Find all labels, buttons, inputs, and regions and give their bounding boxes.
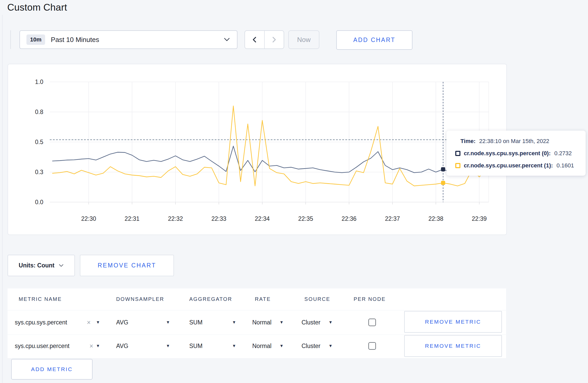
- svg-text:22:37: 22:37: [385, 215, 400, 222]
- table-row-separator: [8, 335, 506, 335]
- remove-chart-label: REMOVE CHART: [98, 262, 156, 269]
- metrics-table: METRIC NAME DOWNSAMPLER AGGREGATOR RATE …: [8, 288, 506, 358]
- column-header-downsampler: DOWNSAMPLER: [116, 296, 164, 302]
- source-select[interactable]: Cluster: [302, 319, 320, 326]
- page-title: Custom Chart: [7, 2, 67, 13]
- add-metric-label: ADD METRIC: [31, 366, 73, 372]
- dropdown-caret-icon[interactable]: ▼: [96, 344, 100, 348]
- downsampler-value: AVG: [116, 343, 128, 350]
- units-select-label: Units: Count: [19, 262, 54, 269]
- time-back-button[interactable]: [245, 31, 264, 48]
- aggregator-select[interactable]: SUM: [189, 319, 202, 326]
- tooltip-time-row: Time: 22:38:10 on Mar 15th, 2022: [455, 137, 579, 145]
- svg-text:0.0: 0.0: [35, 199, 43, 205]
- dropdown-caret-icon[interactable]: ▼: [96, 320, 100, 325]
- svg-text:0.3: 0.3: [35, 169, 43, 175]
- svg-text:22:31: 22:31: [125, 215, 140, 222]
- dropdown-caret-icon[interactable]: ▼: [279, 320, 284, 325]
- column-header-source: SOURCE: [304, 296, 330, 302]
- now-button[interactable]: Now: [288, 30, 319, 49]
- dropdown-caret-icon[interactable]: ▼: [166, 320, 170, 325]
- series-swatch-sys-icon: [455, 151, 460, 156]
- tooltip-time-label: Time:: [460, 138, 475, 145]
- metric-name-value: sys.cpu.sys.percent: [15, 319, 67, 326]
- column-header-metric-name: METRIC NAME: [19, 296, 62, 302]
- time-forward-button[interactable]: [264, 31, 284, 48]
- remove-metric-label: REMOVE METRIC: [425, 343, 481, 349]
- per-node-checkbox[interactable]: [368, 319, 376, 326]
- rate-value: Normal: [252, 343, 271, 350]
- page-edge-divider: [2, 15, 3, 383]
- tooltip-time-value: 22:38:10 on Mar 15th, 2022: [479, 138, 549, 145]
- svg-text:22:34: 22:34: [255, 215, 270, 222]
- svg-text:22:30: 22:30: [81, 215, 96, 222]
- remove-metric-label: REMOVE METRIC: [425, 319, 481, 325]
- rate-select[interactable]: Normal: [252, 319, 271, 326]
- per-node-checkbox[interactable]: [368, 342, 376, 350]
- dropdown-caret-icon[interactable]: ▼: [232, 320, 236, 325]
- dropdown-caret-icon[interactable]: ▼: [328, 320, 333, 325]
- chevron-down-icon: [59, 264, 64, 267]
- downsampler-select[interactable]: AVG: [116, 343, 128, 350]
- chart-tooltip: Time: 22:38:10 on Mar 15th, 2022 cr.node…: [446, 131, 586, 176]
- now-button-label: Now: [297, 36, 311, 44]
- metric-name-select[interactable]: sys.cpu.sys.percent: [15, 319, 67, 326]
- source-select[interactable]: Cluster: [302, 343, 320, 350]
- controls-divider: [10, 30, 11, 49]
- add-metric-button[interactable]: ADD METRIC: [11, 359, 93, 380]
- clear-metric-icon[interactable]: ×: [89, 342, 93, 350]
- remove-metric-button[interactable]: REMOVE METRIC: [404, 335, 502, 357]
- svg-text:22:38: 22:38: [428, 215, 443, 222]
- svg-text:22:39: 22:39: [472, 215, 487, 222]
- column-header-rate: RATE: [255, 296, 271, 302]
- svg-text:0.5: 0.5: [35, 139, 43, 145]
- svg-text:22:33: 22:33: [211, 215, 226, 222]
- table-row-separator: [8, 310, 506, 310]
- time-range-label: Past 10 Minutes: [51, 36, 99, 44]
- chevron-right-icon: [270, 36, 278, 43]
- tooltip-series-value: 0.1601: [557, 162, 574, 169]
- dropdown-caret-icon[interactable]: ▼: [232, 344, 236, 348]
- chevron-left-icon: [251, 36, 258, 43]
- aggregator-value: SUM: [189, 343, 202, 350]
- metric-name-select[interactable]: sys.cpu.user.percent: [15, 343, 69, 350]
- time-range-select[interactable]: 10m Past 10 Minutes: [19, 30, 237, 49]
- add-chart-label: ADD CHART: [353, 37, 396, 44]
- downsampler-value: AVG: [116, 319, 128, 326]
- add-chart-button[interactable]: ADD CHART: [336, 30, 412, 50]
- svg-text:22:35: 22:35: [298, 215, 313, 222]
- tooltip-series-label: cr.node.sys.cpu.sys.percent (0):: [464, 150, 551, 157]
- metric-name-value: sys.cpu.user.percent: [15, 343, 69, 350]
- time-pager: [244, 30, 284, 49]
- dropdown-caret-icon[interactable]: ▼: [166, 344, 170, 348]
- svg-text:0.8: 0.8: [35, 109, 43, 115]
- rate-select[interactable]: Normal: [252, 343, 271, 350]
- tooltip-series-value: 0.2732: [554, 150, 572, 157]
- source-value: Cluster: [302, 319, 320, 326]
- time-range-badge: 10m: [26, 34, 45, 45]
- downsampler-select[interactable]: AVG: [116, 319, 128, 326]
- units-select[interactable]: Units: Count: [8, 255, 75, 276]
- chart-card: 0.00.30.50.81.022:3022:3122:3222:3322:34…: [8, 64, 507, 235]
- series-swatch-user-icon: [455, 163, 460, 168]
- remove-chart-button[interactable]: REMOVE CHART: [80, 255, 174, 276]
- svg-text:1.0: 1.0: [35, 79, 43, 85]
- tooltip-series-row: cr.node.sys.cpu.user.percent (1): 0.1601: [455, 161, 579, 170]
- column-header-aggregator: AGGREGATOR: [189, 296, 232, 302]
- tooltip-series-label: cr.node.sys.cpu.user.percent (1):: [464, 162, 553, 169]
- remove-metric-button[interactable]: REMOVE METRIC: [404, 311, 502, 333]
- chevron-down-icon: [223, 37, 230, 42]
- svg-text:22:36: 22:36: [342, 215, 357, 222]
- tooltip-series-row: cr.node.sys.cpu.sys.percent (0): 0.2732: [455, 149, 579, 158]
- dropdown-caret-icon[interactable]: ▼: [279, 344, 284, 348]
- cpu-chart-canvas[interactable]: 0.00.30.50.81.022:3022:3122:3222:3322:34…: [8, 64, 506, 235]
- svg-text:22:32: 22:32: [168, 215, 183, 222]
- clear-metric-icon[interactable]: ×: [87, 319, 91, 326]
- aggregator-value: SUM: [189, 319, 202, 326]
- source-value: Cluster: [302, 343, 320, 350]
- rate-value: Normal: [252, 319, 271, 326]
- aggregator-select[interactable]: SUM: [189, 343, 202, 350]
- dropdown-caret-icon[interactable]: ▼: [328, 344, 333, 348]
- column-header-per-node: PER NODE: [354, 296, 386, 302]
